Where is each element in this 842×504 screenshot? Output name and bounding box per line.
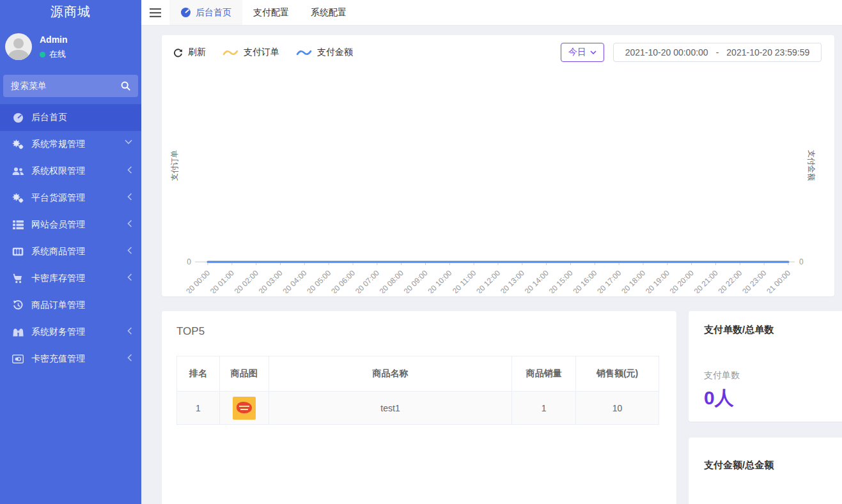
sidebar-item-6[interactable]: 系统商品管理 — [0, 238, 141, 265]
cart-icon — [12, 273, 24, 284]
dashboard-icon — [12, 112, 24, 123]
tab-3[interactable]: 系统配置 — [300, 0, 357, 25]
binoculars-icon — [12, 328, 24, 337]
avatar-person-icon — [13, 38, 24, 49]
sidebar-menu: 后台首页系统常规管理系统权限管理平台货源管理网站会员管理系统商品管理卡密库存管理… — [0, 104, 141, 372]
sidebar-item-label: 系统权限管理 — [31, 165, 85, 177]
stat-label: 支付单数 — [704, 370, 740, 381]
chevron-left-icon — [127, 220, 132, 227]
legend-pay-orders[interactable]: 支付订单 — [222, 47, 279, 58]
wave-icon — [296, 49, 312, 56]
app-logo: 源商城 — [0, 0, 141, 20]
user-panel: Admin 在线 — [0, 32, 141, 70]
tab-label: 支付配置 — [253, 7, 289, 19]
sidebar-item-5[interactable]: 网站会员管理 — [0, 211, 141, 238]
sidebar-item-3[interactable]: 系统权限管理 — [0, 158, 141, 185]
sidebar: 源商城 Admin 在线 搜索菜单 后台首页系统常规管理系统权限管理平台货源管理… — [0, 0, 141, 504]
avatar[interactable] — [5, 33, 32, 60]
date-start: 2021-10-20 00:00:00 — [625, 47, 708, 57]
range-preset-label: 今日 — [568, 47, 586, 58]
main-content: 刷新 支付订单 支付金额 今日 — [141, 26, 842, 504]
table-header-row: 排名商品图商品名称商品销量销售额(元) — [177, 356, 659, 392]
product-thumbnail — [233, 397, 256, 420]
sidebar-item-label: 网站会员管理 — [31, 219, 85, 231]
search-icon[interactable] — [121, 81, 130, 91]
topbar: 后台首页支付配置系统配置 — [141, 0, 842, 26]
users-icon — [12, 167, 24, 176]
top5-card: TOP5 排名商品图商品名称商品销量销售额(元) 1test1110 — [162, 311, 676, 504]
sidebar-item-label: 系统商品管理 — [31, 246, 85, 257]
top5-title: TOP5 — [176, 325, 205, 338]
jcb-card-icon — [12, 247, 24, 256]
menu-search-placeholder: 搜索菜单 — [11, 80, 121, 92]
y-axis-right-name: 支付金额 — [807, 150, 816, 181]
list-icon — [12, 220, 24, 229]
menu-search-input[interactable]: 搜索菜单 — [3, 75, 138, 97]
rank-cell: 1 — [177, 392, 220, 425]
stat-title: 支付金额/总金额 — [704, 459, 774, 471]
column-header: 商品销量 — [512, 356, 576, 392]
table-row: 1test1110 — [177, 392, 659, 425]
tab-label: 系统配置 — [311, 7, 347, 19]
online-status-label: 在线 — [49, 49, 66, 60]
chevron-down-icon — [125, 139, 132, 144]
chevron-left-icon — [127, 193, 132, 201]
hamburger-menu-icon[interactable] — [141, 0, 169, 25]
product-name-cell: test1 — [269, 392, 511, 425]
sidebar-item-1[interactable]: 后台首页 — [0, 104, 141, 131]
chevron-left-icon — [127, 247, 132, 254]
stat-title: 支付单数/总单数 — [704, 324, 774, 336]
tab-label: 后台首页 — [196, 7, 231, 19]
online-status-dot — [40, 52, 45, 57]
amount-cell: 10 — [576, 392, 659, 425]
y-axis-left-zero: 0 — [187, 257, 191, 266]
x-axis-tick-label: 21 00:00 — [765, 268, 792, 293]
chevron-left-icon — [127, 354, 132, 362]
cogs-icon — [12, 193, 24, 203]
chevron-left-icon — [127, 273, 132, 281]
sidebar-item-8[interactable]: 商品订单管理 — [0, 292, 141, 319]
y-axis-left-name: 支付订单 — [170, 150, 179, 181]
tab-1[interactable]: 后台首页 — [169, 0, 242, 25]
payments-chart-card: 刷新 支付订单 支付金额 今日 — [162, 35, 834, 296]
column-header: 商品图 — [219, 356, 269, 392]
sidebar-item-7[interactable]: 卡密库存管理 — [0, 265, 141, 292]
sidebar-item-label: 系统常规管理 — [31, 139, 85, 150]
product-image-cell — [219, 392, 269, 425]
sidebar-item-label: 后台首页 — [31, 112, 67, 123]
sidebar-item-label: 平台货源管理 — [31, 192, 85, 204]
x-axis-tick-label: 20 10:00 — [426, 268, 454, 293]
legend-pay-amount[interactable]: 支付金额 — [296, 47, 353, 58]
sales-cell: 1 — [512, 392, 576, 425]
sidebar-item-label: 商品订单管理 — [31, 300, 85, 311]
legend-label: 支付订单 — [244, 47, 279, 58]
tab-2[interactable]: 支付配置 — [242, 0, 300, 25]
chevron-left-icon — [127, 166, 132, 174]
sidebar-item-label: 卡密库存管理 — [31, 273, 85, 284]
refresh-label: 刷新 — [188, 47, 206, 58]
user-status: 在线 — [40, 49, 66, 60]
pay-amount-card: 支付金额/总金额 — [689, 438, 842, 504]
chart-header: 刷新 支付订单 支付金额 今日 — [162, 35, 834, 63]
column-header: 排名 — [177, 356, 220, 392]
date-end: 2021-10-20 23:59:59 — [726, 47, 809, 57]
date-range-preset-button[interactable]: 今日 — [561, 43, 604, 62]
sidebar-item-label: 卡密充值管理 — [31, 353, 85, 365]
wave-icon — [222, 49, 238, 56]
column-header: 商品名称 — [269, 356, 511, 392]
chevron-left-icon — [127, 327, 132, 335]
date-range-input[interactable]: 2021-10-20 00:00:00 - 2021-10-20 23:59:5… — [613, 43, 822, 62]
credit-card-icon — [12, 355, 24, 363]
sidebar-item-9[interactable]: 系统财务管理 — [0, 319, 141, 346]
sidebar-item-2[interactable]: 系统常规管理 — [0, 131, 141, 158]
stat-value: 0人 — [704, 385, 734, 411]
top5-table: 排名商品图商品名称商品销量销售额(元) 1test1110 — [176, 356, 659, 425]
sidebar-item-4[interactable]: 平台货源管理 — [0, 185, 141, 211]
date-separator: - — [716, 47, 719, 57]
dashboard-icon — [180, 7, 191, 18]
legend-label: 支付金额 — [317, 47, 353, 58]
refresh-button[interactable]: 刷新 — [173, 47, 206, 58]
y-axis-right-zero: 0 — [799, 257, 804, 266]
sidebar-item-10[interactable]: 卡密充值管理 — [0, 346, 141, 372]
sidebar-item-label: 系统财务管理 — [31, 326, 85, 338]
